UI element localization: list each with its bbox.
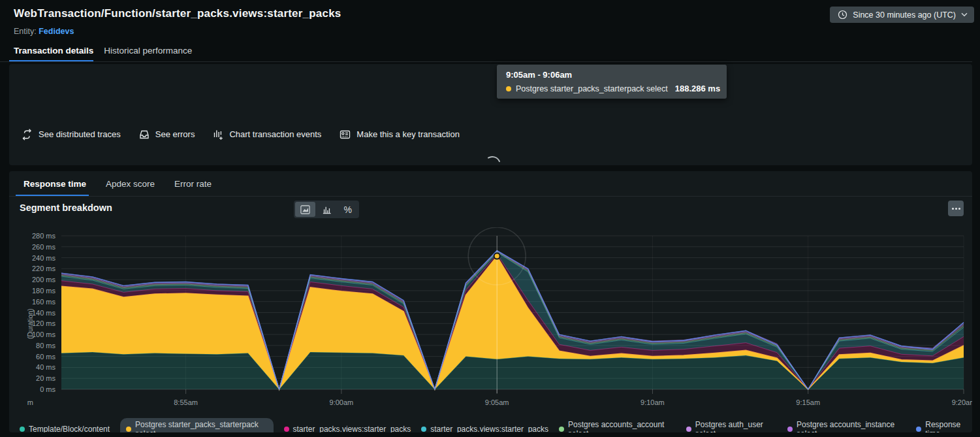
series-dot-icon [559, 427, 564, 432]
entity-line: Entity: Fedidevs [14, 27, 74, 36]
distributed-traces-icon [21, 129, 33, 140]
x-tick-label: 9:10am [633, 398, 672, 406]
segment-breakdown-title: Segment breakdown [20, 202, 112, 213]
chart-view-toggle-group: % [294, 201, 359, 218]
time-picker-label: Since 30 minutes ago (UTC) [853, 10, 956, 20]
legend-label: Postgres accounts_instance select [797, 420, 906, 432]
y-tick-label: 280 ms [15, 232, 55, 240]
time-picker-button[interactable]: Since 30 minutes ago (UTC) [830, 7, 974, 23]
x-tick-label: 9:00am [322, 398, 361, 406]
legend-item-4[interactable]: Postgres accounts_account select [559, 418, 676, 432]
legend-item-6[interactable]: Postgres accounts_instance select [787, 418, 906, 432]
y-tick-label: 80 ms [15, 342, 55, 349]
legend-item-2[interactable]: starter_packs.views:starter_packs [284, 423, 411, 432]
y-tick-label: 220 ms [15, 265, 55, 272]
chart-tabs-divider [9, 196, 972, 197]
chart-transaction-events-button[interactable]: Chart transaction events [212, 128, 321, 140]
y-tick-label: 240 ms [15, 254, 55, 262]
series-dot-icon [787, 427, 793, 432]
clock-icon [838, 10, 847, 20]
tab-apdex-score[interactable]: Apdex score [106, 179, 155, 189]
y-tick-label: 100 ms [15, 331, 55, 338]
y-tick-label: 0 ms [15, 385, 55, 393]
legend-label: Response time [925, 420, 972, 432]
legend-label: Template/Block/content [29, 425, 110, 432]
tab-error-rate[interactable]: Error rate [174, 179, 212, 189]
y-tick-label: 20 ms [15, 374, 55, 382]
x-tick-label: 9:20am [944, 398, 972, 406]
transaction-summary-panel: See distributed traces See errors Chart … [9, 64, 972, 165]
chevron-down-icon [961, 12, 968, 17]
legend-label: Postgres starter_packs_starterpack selec… [135, 420, 267, 432]
action-label: Make this a key transaction [356, 129, 460, 139]
errors-inbox-icon [138, 129, 150, 140]
legend-label: starter_packs.views:starter_packs [293, 425, 411, 432]
series-dot-icon [686, 427, 691, 432]
x-tick-label: 9:05am [477, 398, 516, 406]
x-tick-label: 9:15am [789, 398, 828, 406]
x-tick-label: 8:55am [166, 398, 206, 406]
legend-label: Postgres accounts_account select [568, 420, 676, 432]
segment-breakdown-chart[interactable]: (Duration) 0 ms20 ms40 ms60 ms80 ms100 m… [9, 227, 972, 418]
entity-link[interactable]: Fedidevs [39, 27, 74, 36]
y-tick-label: 140 ms [15, 309, 55, 317]
series-dot-icon [126, 427, 131, 432]
legend-item-5[interactable]: Postgres auth_user select [686, 418, 777, 432]
chart-legend: Template/Block/contentPostgres starter_p… [20, 418, 972, 432]
y-tick-label: 200 ms [15, 276, 55, 283]
chart-metric-tabs: Response time Apdex score Error rate [24, 179, 212, 189]
legend-item-1[interactable]: Postgres starter_packs_starterpack selec… [120, 418, 273, 432]
legend-label: starter_packs.views:starter_packs [430, 425, 548, 432]
series-dot-icon [916, 427, 921, 432]
legend-item-0[interactable]: Template/Block/content [20, 423, 110, 432]
percent-icon[interactable]: % [338, 202, 358, 217]
legend-item-3[interactable]: starter_packs.views:starter_packs [421, 423, 548, 432]
page-title: WebTransaction/Function/starter_packs.vi… [14, 7, 341, 20]
y-tick-label: 180 ms [15, 287, 55, 295]
key-transaction-icon [339, 129, 351, 140]
make-key-transaction-button[interactable]: Make this a key transaction [339, 129, 460, 140]
action-label: See distributed traces [39, 129, 121, 139]
legend-label: Postgres auth_user select [695, 420, 777, 432]
actions-row: See distributed traces See errors Chart … [21, 128, 460, 140]
entity-label: Entity: [14, 27, 37, 36]
ellipsis-icon[interactable] [948, 201, 964, 216]
series-dot-icon [284, 427, 289, 432]
tab-historical-performance[interactable]: Historical performance [104, 46, 192, 63]
response-time-panel: Response time Apdex score Error rate Seg… [9, 171, 972, 432]
area-chart-icon[interactable] [295, 202, 315, 217]
bar-chart-icon[interactable] [317, 202, 337, 217]
y-tick-label: 60 ms [15, 353, 55, 361]
y-tick-label: 40 ms [15, 363, 55, 371]
see-errors-button[interactable]: See errors [138, 129, 195, 140]
y-tick-label: 260 ms [15, 243, 55, 251]
series-dot-icon [421, 427, 426, 432]
action-label: Chart transaction events [229, 129, 321, 139]
highlight-point [494, 253, 500, 259]
y-tick-label: 120 ms [15, 319, 55, 327]
see-distributed-traces-button[interactable]: See distributed traces [21, 129, 121, 140]
chart-canvas[interactable] [9, 227, 972, 418]
x-tick-label: m [10, 398, 50, 406]
series-dot-icon [20, 427, 25, 432]
chart-events-icon [212, 128, 224, 140]
legend-item-7[interactable]: Response time [916, 418, 972, 432]
tabs-divider [0, 61, 972, 62]
y-tick-label: 160 ms [15, 298, 55, 306]
action-label: See errors [155, 129, 195, 139]
tab-response-time[interactable]: Response time [24, 179, 86, 189]
